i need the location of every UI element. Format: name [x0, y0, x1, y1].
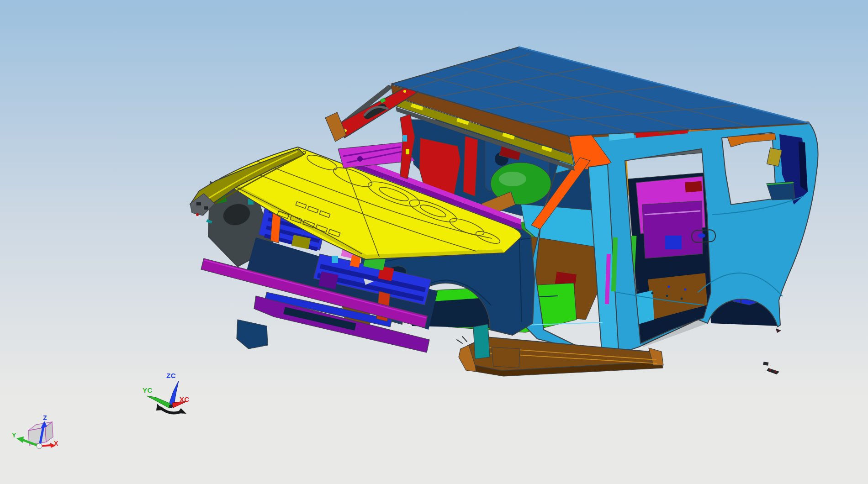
cad-viewport[interactable]: ZC YC XC Z Y X [0, 0, 868, 484]
datum-x-label: X [54, 440, 58, 447]
datum-z-label: Z [43, 414, 47, 421]
rivet-dot-blue [668, 286, 670, 288]
rear-seat-crossbar[interactable] [642, 201, 703, 258]
rivet-dot [666, 295, 668, 297]
tip-red-dot [196, 213, 199, 216]
datum-y-label: Y [12, 431, 16, 439]
bracket-dot [769, 369, 771, 370]
rear-lamp-patch[interactable] [685, 181, 702, 192]
sphere-highlight [37, 444, 39, 446]
door-handle-glint [698, 233, 705, 238]
tip-hole [204, 206, 208, 210]
rocker-front-brown[interactable] [492, 347, 520, 368]
rear-bracket-blue[interactable] [665, 236, 682, 249]
pillar-yellow-clip [406, 149, 409, 154]
wcs-y-label: YC [143, 386, 153, 394]
wcs-x-label: XC [180, 395, 190, 403]
tip-hole [196, 202, 201, 205]
jack-bracket[interactable] [473, 324, 490, 359]
cowl-grommet [357, 156, 363, 162]
seat-highlight [499, 172, 526, 186]
rivet-dot [651, 292, 654, 295]
rivet-dot [681, 298, 683, 300]
seat-track-bar[interactable] [463, 136, 478, 196]
bracket-dot [774, 371, 776, 372]
wcs-z-label: ZC [166, 372, 176, 379]
datum-origin-sphere[interactable] [37, 443, 42, 449]
clip-cyan-small[interactable] [332, 256, 338, 263]
wcs-origin-knot[interactable] [169, 405, 173, 408]
rivet-dot-blue [684, 289, 687, 291]
pillar-cyan-clip [403, 135, 407, 142]
header-bolt [403, 90, 406, 93]
rivet-dot [637, 289, 639, 292]
